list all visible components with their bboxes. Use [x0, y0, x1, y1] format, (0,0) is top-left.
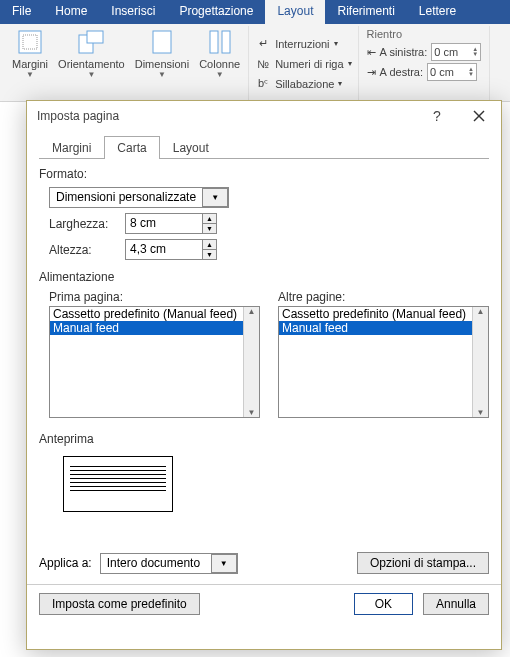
first-page-tray-list[interactable]: Cassetto predefinito (Manual feed) Manua… — [49, 306, 260, 418]
svg-rect-6 — [222, 31, 230, 53]
indent-title: Rientro — [363, 26, 486, 42]
ribbon-tabs: File Home Inserisci Progettazione Layout… — [0, 0, 510, 24]
tab-layout-dlg[interactable]: Layout — [160, 136, 222, 159]
anteprima-label: Anteprima — [39, 432, 489, 446]
margins-button[interactable]: Margini ▼ — [8, 26, 52, 81]
indent-left-input[interactable]: 0 cm ▲▼ — [431, 43, 481, 61]
other-pages-tray-list[interactable]: Cassetto predefinito (Manual feed) Manua… — [278, 306, 489, 418]
chevron-down-icon: ▼ — [26, 70, 34, 79]
close-icon — [473, 110, 485, 122]
svg-rect-3 — [87, 31, 103, 43]
cancel-button[interactable]: Annulla — [423, 593, 489, 615]
height-value: 4,3 cm — [126, 240, 202, 259]
apply-to-label: Applica a: — [39, 556, 92, 570]
breaks-icon: ↵ — [255, 36, 271, 52]
dialog-title: Imposta pagina — [37, 109, 119, 123]
list-item[interactable]: Manual feed — [50, 321, 259, 335]
tab-margini[interactable]: Margini — [39, 136, 104, 159]
width-value: 8 cm — [126, 214, 202, 233]
tab-progettazione[interactable]: Progettazione — [167, 0, 265, 24]
alimentazione-label: Alimentazione — [39, 270, 489, 284]
indent-right-value: 0 cm — [430, 66, 454, 78]
dialog-tabs: Margini Carta Layout — [39, 135, 489, 159]
margins-label: Margini — [12, 58, 48, 70]
orientation-button[interactable]: Orientamento ▼ — [54, 26, 129, 81]
chevron-down-icon[interactable]: ▼ — [211, 554, 237, 573]
width-label: Larghezza: — [49, 217, 115, 231]
margins-icon — [14, 28, 46, 56]
list-item[interactable]: Cassetto predefinito (Manual feed) — [279, 307, 488, 321]
chevron-down-icon: ▼ — [216, 70, 224, 79]
spinner-arrows-icon: ▲▼ — [202, 240, 216, 259]
ribbon-content: Margini ▼ Orientamento ▼ Dimensioni ▼ — [0, 24, 510, 102]
indent-right-input[interactable]: 0 cm ▲▼ — [427, 63, 477, 81]
ok-button[interactable]: OK — [354, 593, 413, 615]
chevron-down-icon: ▾ — [338, 79, 342, 88]
tab-inserisci[interactable]: Inserisci — [99, 0, 167, 24]
tab-carta[interactable]: Carta — [104, 136, 159, 159]
paper-size-combo[interactable]: Dimensioni personalizzate ▼ — [49, 187, 229, 208]
close-button[interactable] — [465, 105, 493, 127]
preview-image — [63, 456, 173, 512]
formato-label: Formato: — [39, 167, 489, 181]
width-input[interactable]: 8 cm ▲▼ — [125, 213, 217, 234]
breaks-label: Interruzioni — [275, 38, 329, 50]
indent-left-icon: ⇤ — [367, 46, 376, 59]
apply-to-value: Intero documento — [101, 554, 211, 573]
size-label: Dimensioni — [135, 58, 189, 70]
chevron-down-icon: ▾ — [334, 39, 338, 48]
spinner-arrows-icon: ▲▼ — [468, 67, 474, 77]
tab-layout[interactable]: Layout — [265, 0, 325, 24]
chevron-down-icon[interactable]: ▼ — [202, 188, 228, 207]
other-pages-label: Altre pagine: — [278, 290, 489, 304]
orientation-label: Orientamento — [58, 58, 125, 70]
print-options-button[interactable]: Opzioni di stampa... — [357, 552, 489, 574]
columns-icon — [204, 28, 236, 56]
size-icon — [146, 28, 178, 56]
tab-file[interactable]: File — [0, 0, 43, 24]
tab-riferimenti[interactable]: Riferimenti — [325, 0, 406, 24]
group-breaks: ↵ Interruzioni ▾ № Numeri di riga ▾ bᶜ S… — [249, 26, 358, 101]
svg-rect-0 — [19, 31, 41, 53]
columns-button[interactable]: Colonne ▼ — [195, 26, 244, 81]
set-as-default-button[interactable]: Imposta come predefinito — [39, 593, 200, 615]
apply-to-combo[interactable]: Intero documento ▼ — [100, 553, 238, 574]
indent-right-label: A destra: — [380, 66, 423, 78]
breaks-button[interactable]: ↵ Interruzioni ▾ — [253, 35, 353, 53]
help-button[interactable]: ? — [423, 105, 451, 127]
group-page-setup: Margini ▼ Orientamento ▼ Dimensioni ▼ — [4, 26, 249, 101]
svg-rect-4 — [153, 31, 171, 53]
chevron-down-icon: ▼ — [87, 70, 95, 79]
list-item[interactable]: Manual feed — [279, 321, 488, 335]
indent-left-value: 0 cm — [434, 46, 458, 58]
scrollbar[interactable]: ▲▼ — [243, 307, 259, 417]
size-button[interactable]: Dimensioni ▼ — [131, 26, 193, 81]
svg-rect-5 — [210, 31, 218, 53]
chevron-down-icon: ▼ — [158, 70, 166, 79]
hyphenation-icon: bᶜ — [255, 76, 271, 92]
spinner-arrows-icon: ▲▼ — [202, 214, 216, 233]
list-item[interactable]: Cassetto predefinito (Manual feed) — [50, 307, 259, 321]
height-input[interactable]: 4,3 cm ▲▼ — [125, 239, 217, 260]
tab-home[interactable]: Home — [43, 0, 99, 24]
height-label: Altezza: — [49, 243, 115, 257]
dialog-titlebar: Imposta pagina ? — [27, 101, 501, 131]
chevron-down-icon: ▾ — [348, 59, 352, 68]
line-numbers-label: Numeri di riga — [275, 58, 343, 70]
scrollbar[interactable]: ▲▼ — [472, 307, 488, 417]
group-indent: Rientro ⇤ A sinistra: 0 cm ▲▼ ⇥ A destra… — [359, 26, 491, 101]
page-setup-dialog: Imposta pagina ? Margini Carta Layout Fo… — [26, 100, 502, 650]
hyphenation-label: Sillabazione — [275, 78, 334, 90]
columns-label: Colonne — [199, 58, 240, 70]
spinner-arrows-icon: ▲▼ — [472, 47, 478, 57]
line-numbers-button[interactable]: № Numeri di riga ▾ — [253, 55, 353, 73]
orientation-icon — [75, 28, 107, 56]
indent-left-label: A sinistra: — [380, 46, 428, 58]
first-page-label: Prima pagina: — [49, 290, 260, 304]
tab-lettere[interactable]: Lettere — [407, 0, 468, 24]
hyphenation-button[interactable]: bᶜ Sillabazione ▾ — [253, 75, 353, 93]
paper-size-value: Dimensioni personalizzate — [50, 188, 202, 207]
indent-right-icon: ⇥ — [367, 66, 376, 79]
line-numbers-icon: № — [255, 56, 271, 72]
